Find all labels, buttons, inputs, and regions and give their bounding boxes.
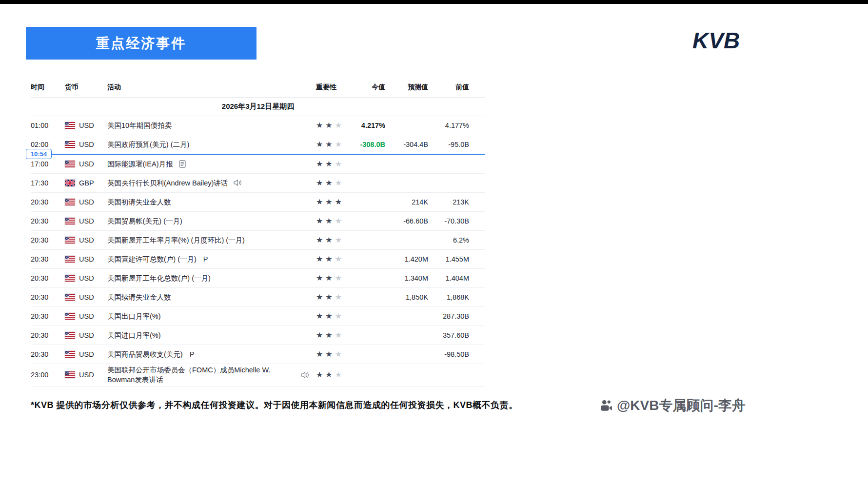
- event-time: 17:30: [31, 179, 65, 187]
- event-cell: 美国新屋开工年化总数(户) (一月): [107, 273, 316, 283]
- table-row[interactable]: 20:30USD美国新屋开工年化总数(户) (一月)★★★1.340M1.404…: [31, 269, 485, 288]
- current-time-marker: 10:54: [31, 154, 485, 155]
- star-icon: ★: [316, 160, 323, 168]
- currency-cell: USD: [65, 293, 107, 301]
- star-icon: ★: [335, 236, 342, 244]
- star-icon: ★: [335, 160, 342, 168]
- date-header-label: 2026年3月12日星期四: [222, 102, 294, 111]
- us-flag-icon: [65, 199, 75, 205]
- event-cell: 美国商品贸易收支(美元)P: [107, 349, 316, 359]
- star-icon: ★: [325, 371, 332, 379]
- table-row[interactable]: 20:30USD美国进口月率(%)★★★357.60B: [31, 326, 485, 345]
- disclaimer-text: *KVB 提供的市场分析仅供参考，并不构成任何投资建议。对于因使用本新闻信息而造…: [31, 399, 567, 411]
- table-row[interactable]: 23:00USD美国联邦公开市场委员会（FOMC）成员Michelle W. B…: [31, 364, 485, 387]
- top-black-bar: [0, 0, 868, 4]
- star-icon: ★: [325, 331, 332, 339]
- us-flag-icon: [65, 313, 75, 320]
- currency-cell: USD: [65, 160, 107, 168]
- star-icon: ★: [325, 293, 332, 301]
- table-row[interactable]: 20:30USD美国出口月率(%)★★★287.30B: [31, 307, 485, 326]
- importance-stars: ★★★: [316, 293, 345, 301]
- star-icon: ★: [316, 122, 323, 129]
- importance-stars: ★★★: [316, 141, 345, 148]
- star-icon: ★: [335, 255, 342, 263]
- currency-cell: USD: [65, 236, 107, 244]
- currency-code: USD: [79, 236, 94, 244]
- importance-stars: ★★★: [316, 371, 345, 379]
- star-icon: ★: [325, 274, 332, 282]
- table-row[interactable]: 20:30USD美国新屋开工年率月率(%) (月度环比) (一月)★★★6.2%: [31, 231, 485, 250]
- event-time: 20:30: [31, 293, 65, 301]
- currency-code: USD: [79, 312, 94, 320]
- event-time: 20:30: [31, 331, 65, 339]
- event-title: 美国联邦公开市场委员会（FOMC）成员Michelle W. Bowman发表讲…: [107, 365, 295, 385]
- star-icon: ★: [316, 293, 323, 301]
- page-title: 重点经济事件: [96, 34, 187, 53]
- gb-flag-icon: [65, 180, 75, 186]
- us-flag-icon: [65, 256, 75, 263]
- currency-code: GBP: [79, 179, 94, 187]
- forecast-value: 1.420M: [385, 255, 428, 263]
- table-row[interactable]: 20:30USD美国贸易帐(美元) (一月)★★★-66.60B-70.30B: [31, 212, 485, 231]
- currency-code: USD: [79, 331, 94, 339]
- event-title: 美国进口月率(%): [107, 330, 161, 340]
- table-row[interactable]: 20:30USD美国续请失业金人数★★★1,850K1,868K: [31, 288, 485, 307]
- forecast-value: -304.4B: [385, 141, 428, 148]
- star-icon: ★: [316, 274, 323, 282]
- previous-value: 1.455M: [428, 255, 485, 263]
- event-cell: 美国10年期国债拍卖: [107, 121, 316, 130]
- speaker-icon[interactable]: [301, 371, 309, 379]
- currency-code: USD: [79, 198, 94, 206]
- currency-code: USD: [79, 293, 94, 301]
- currency-cell: USD: [65, 217, 107, 225]
- event-time: 20:30: [31, 217, 65, 225]
- previous-value: 1,868K: [428, 293, 485, 301]
- star-icon: ★: [316, 217, 323, 225]
- currency-code: USD: [79, 141, 94, 148]
- event-cell: 美国进口月率(%): [107, 330, 316, 340]
- previous-value: 4.177%: [428, 122, 485, 129]
- us-flag-icon: [65, 332, 75, 339]
- economic-calendar-table: 时间 货币 活动 重要性 今值 预测值 前值 2026年3月12日星期四 01:…: [31, 77, 485, 387]
- event-title: 美国续请失业金人数: [107, 292, 171, 302]
- importance-stars: ★★★: [316, 198, 345, 206]
- table-row[interactable]: 17:30GBP英国央行行长贝利(Andrew Bailey)讲话★★★: [31, 174, 485, 193]
- event-time: 01:00: [31, 122, 65, 129]
- star-icon: ★: [335, 198, 342, 206]
- event-title: 美国10年期国债拍卖: [107, 121, 172, 130]
- header-time: 时间: [31, 83, 65, 92]
- speaker-icon[interactable]: [234, 179, 242, 186]
- preliminary-flag: P: [190, 349, 195, 359]
- us-flag-icon: [65, 294, 75, 301]
- previous-value: 1.404M: [428, 274, 485, 282]
- currency-cell: USD: [65, 255, 107, 263]
- table-row[interactable]: 01:00USD美国10年期国债拍卖★★★4.217%4.177%: [31, 116, 485, 135]
- currency-cell: USD: [65, 122, 107, 129]
- importance-stars: ★★★: [316, 331, 345, 339]
- star-icon: ★: [335, 293, 342, 301]
- table-row[interactable]: 20:30USD美国初请失业金人数★★★214K213K: [31, 193, 485, 212]
- previous-value: -70.30B: [428, 217, 485, 225]
- star-icon: ★: [335, 141, 342, 148]
- event-cell: 美国政府预算(美元) (二月): [107, 140, 316, 149]
- header-forecast: 预测值: [385, 83, 428, 92]
- us-flag-icon: [65, 237, 75, 244]
- currency-code: USD: [79, 255, 94, 263]
- kuaishou-icon: [599, 398, 613, 413]
- table-row[interactable]: 02:00USD美国政府预算(美元) (二月)★★★-308.0B-304.4B…: [31, 135, 485, 154]
- table-header-row: 时间 货币 活动 重要性 今值 预测值 前值: [31, 77, 485, 98]
- table-row[interactable]: 20:30USD美国营建许可总数(户) (一月)P★★★1.420M1.455M: [31, 250, 485, 269]
- event-title: 美国商品贸易收支(美元): [107, 349, 183, 359]
- importance-stars: ★★★: [316, 255, 345, 263]
- current-time-badge: 10:54: [26, 149, 52, 159]
- currency-code: USD: [79, 274, 94, 282]
- currency-cell: USD: [65, 371, 107, 379]
- previous-value: -95.0B: [428, 141, 485, 148]
- table-row[interactable]: 20:30USD美国商品贸易收支(美元)P★★★-98.50B: [31, 345, 485, 364]
- event-time: 23:00: [31, 371, 65, 379]
- event-time: 20:30: [31, 350, 65, 358]
- table-row[interactable]: 17:00USD国际能源署(IEA)月报★★★: [31, 155, 485, 174]
- report-icon[interactable]: [179, 160, 186, 168]
- event-title: 美国出口月率(%): [107, 311, 161, 321]
- currency-cell: USD: [65, 274, 107, 282]
